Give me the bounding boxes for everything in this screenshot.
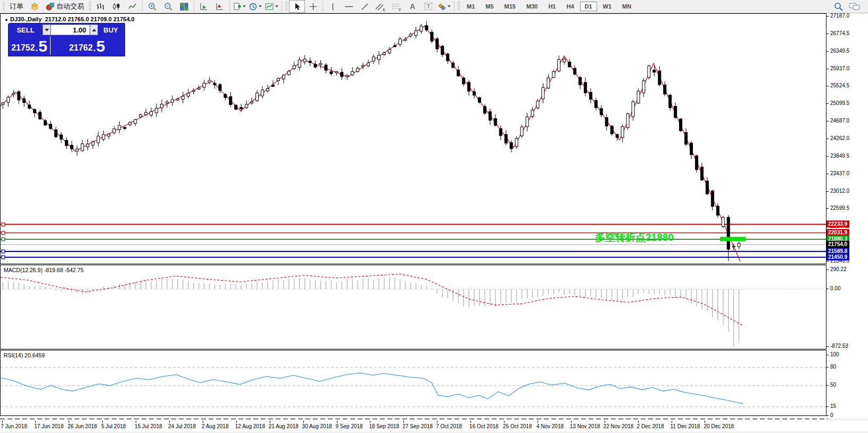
date-tick [270, 421, 270, 423]
axis-tick [826, 385, 829, 386]
dropdown-caret[interactable] [259, 5, 262, 7]
toolbar-separator [142, 1, 143, 12]
toolbar-grip[interactable] [3, 2, 5, 11]
crosshair-button[interactable] [305, 0, 321, 13]
dropdown-caret[interactable] [448, 5, 451, 7]
buy-button[interactable]: BUY [98, 23, 123, 36]
dropdown-caret[interactable] [243, 5, 246, 7]
volume-increase-button[interactable] [90, 24, 98, 35]
axis-tick [826, 138, 829, 139]
date-tick [370, 421, 370, 423]
date-tick [303, 421, 304, 423]
toolbar-grip[interactable] [458, 2, 460, 11]
symbol-title: DJ30-,Daily [10, 16, 42, 22]
date-label: 24 Jul 2018 [168, 423, 196, 429]
axis-tick [826, 191, 829, 192]
tile-windows-icon [180, 3, 188, 11]
candlestick-chart-button[interactable] [109, 0, 125, 13]
trendline-button[interactable] [357, 0, 373, 13]
tile-windows-button[interactable] [176, 0, 192, 13]
periods-icon [249, 3, 257, 11]
axis-tick-label: 50 [830, 382, 836, 388]
cursor-button[interactable] [289, 0, 305, 13]
indicators-button[interactable] [263, 0, 280, 13]
axis-tick [826, 269, 829, 270]
shapes-button[interactable] [436, 0, 452, 13]
new-order-button[interactable]: 订单 [6, 0, 27, 13]
text-button[interactable]: A [404, 0, 420, 13]
dropdown-caret[interactable] [275, 5, 278, 7]
axis-tick [826, 34, 829, 34]
timeframe-m5[interactable]: M5 [481, 2, 498, 11]
axis-tick [826, 289, 829, 289]
line-chart-button[interactable] [125, 0, 140, 13]
gold-button[interactable] [27, 0, 43, 13]
date-tick [136, 421, 136, 423]
timeframe-h1[interactable]: H1 [543, 2, 560, 11]
volume-decrease-button[interactable] [43, 24, 51, 35]
axis-tick [826, 355, 829, 355]
auto-scroll-icon [200, 3, 208, 11]
scrollbar-thumb[interactable] [0, 418, 828, 420]
timeframe-d1[interactable]: D1 [580, 2, 597, 11]
sell-button[interactable]: SELL [9, 23, 43, 36]
zoom-in-button[interactable] [144, 0, 160, 13]
timeframe-w1[interactable]: W1 [598, 2, 617, 11]
toolbar-grip[interactable] [285, 2, 287, 11]
one-click-trade-panel: SELL 1.00 BUY 21752.5 21762.5 [8, 23, 125, 56]
rsi-pane[interactable]: RSI(14) 20.6459 [0, 350, 826, 416]
timeframe-m30[interactable]: M30 [522, 2, 542, 11]
date-label: 17 Jun 2018 [34, 423, 63, 429]
zoom-out-button[interactable] [160, 0, 176, 13]
templates-button[interactable] [232, 0, 247, 13]
chat-button[interactable] [847, 0, 863, 13]
zoom-out-icon [164, 2, 173, 11]
date-label: 7 Jun 2018 [1, 423, 28, 429]
timeframe-m1[interactable]: M1 [462, 2, 480, 11]
collapse-icon[interactable]: ▲ [4, 17, 9, 22]
toolbar-grip[interactable] [89, 2, 91, 11]
axis-tick [826, 69, 829, 69]
axis-tick [826, 121, 829, 121]
vertical-line-button[interactable] [325, 0, 341, 13]
date-tick [337, 421, 337, 423]
timeframe-h4[interactable]: H4 [561, 2, 578, 11]
date-label: 15 Jul 2018 [135, 423, 162, 429]
date-tick [605, 421, 605, 423]
bar-chart-button[interactable] [93, 0, 109, 13]
date-label: 18 Sep 2018 [369, 423, 399, 429]
search-button[interactable] [831, 0, 847, 13]
volume-input[interactable]: 1.00 [51, 24, 90, 35]
date-label: 12 Aug 2018 [235, 423, 265, 429]
macd-canvas[interactable] [1, 265, 826, 349]
axis-tick [826, 208, 829, 209]
auto-scroll-button[interactable] [196, 0, 212, 13]
label-button[interactable]: T [420, 0, 436, 13]
rsi-canvas[interactable] [1, 350, 826, 415]
date-tick [203, 421, 203, 423]
zoom-in-icon [148, 2, 157, 11]
fibonacci-button[interactable]: F [388, 0, 404, 13]
chart-shift-button[interactable] [212, 0, 228, 13]
sell-price[interactable]: 21752.5 [9, 36, 51, 55]
ohlc-high: 21765.0 [68, 16, 89, 22]
axis-tick [826, 261, 829, 262]
axis-tick-label: 27187.0 [830, 13, 849, 19]
candlestick-chart-icon [112, 3, 121, 11]
triangle-up-icon [92, 29, 96, 31]
timeframe-mn[interactable]: MN [617, 2, 636, 11]
toolbar-separator [229, 1, 230, 12]
date-label: 2 Aug 2018 [202, 423, 229, 429]
channel-button[interactable]: E [373, 0, 388, 13]
horizontal-scrollbar[interactable] [0, 416, 828, 421]
axis-tick-label: 23012.0 [830, 188, 849, 194]
timeframe-m15[interactable]: M15 [500, 2, 520, 11]
date-label: 2 Dec 2018 [637, 423, 664, 429]
macd-pane[interactable]: MACD(12.26.9) -819.68 -542.75 [0, 265, 826, 349]
buy-price[interactable]: 21762.5 [51, 36, 123, 55]
price-axis-gutter: 27187.026774.526349.525937.025524.525099… [826, 13, 868, 418]
periods-button[interactable] [247, 0, 263, 13]
horizontal-line-button[interactable] [341, 0, 357, 13]
autotrade-button[interactable]: 自动交易 [43, 0, 87, 13]
price-level-tag: 21450.9 [826, 254, 849, 260]
